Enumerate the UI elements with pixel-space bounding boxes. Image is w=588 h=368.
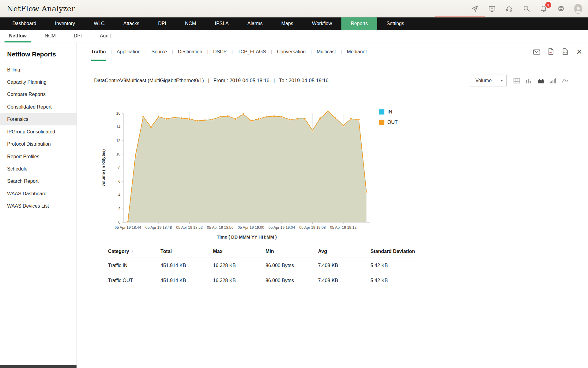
- svg-text:05 Apr 19 19:08: 05 Apr 19 19:08: [299, 225, 326, 230]
- column-header-label: Standard Deviation: [371, 249, 415, 254]
- sidebar-item-compare-reports[interactable]: Compare Reports: [0, 88, 77, 101]
- support-icon[interactable]: [505, 5, 513, 13]
- nav-item-ipsla[interactable]: IPSLA: [205, 17, 238, 30]
- sidebar-item-schedule[interactable]: Schedule: [0, 163, 77, 175]
- nav-item-settings[interactable]: Settings: [377, 17, 414, 30]
- column-header-label: Max: [213, 249, 223, 254]
- sidebar-item-forensics[interactable]: Forensics: [0, 113, 77, 125]
- settings-gear-icon[interactable]: [557, 5, 565, 13]
- table-cell: 86.000 Bytes: [262, 273, 315, 288]
- report-tab-multicast[interactable]: Multicast: [317, 42, 336, 61]
- bar-chart-icon[interactable]: [526, 78, 532, 84]
- column-header-standard-deviation[interactable]: Standard Deviation: [368, 245, 420, 258]
- sidebar-item-billing[interactable]: Billing: [0, 63, 77, 76]
- training-video-icon[interactable]: [488, 5, 496, 13]
- report-tabs: Traffic|Application|Source|Destination|D…: [91, 42, 367, 61]
- report-tab-dscp[interactable]: DSCP: [213, 42, 227, 61]
- report-header: DataCentreV9Multicast (MultiGigabitEther…: [94, 75, 568, 86]
- search-icon[interactable]: [522, 5, 531, 13]
- svg-text:4: 4: [118, 193, 120, 197]
- export-csv-icon[interactable]: CSV: [561, 47, 570, 56]
- close-icon[interactable]: ×: [577, 47, 582, 56]
- table-cell: 16.328 KB: [210, 258, 262, 273]
- sidebar-item-waas-devices-list[interactable]: WAAS Devices List: [0, 200, 77, 212]
- info-separator: |: [208, 78, 209, 83]
- subnav-tab-netflow[interactable]: Netflow: [0, 30, 36, 42]
- nav-item-alarms[interactable]: Alarms: [238, 17, 272, 30]
- sidebar-item-waas-dashboard[interactable]: WAAS Dashboard: [0, 187, 77, 200]
- report-controls: Volume ▾: [470, 75, 568, 86]
- notifications-icon[interactable]: 3: [540, 5, 548, 13]
- table-cell: 451.914 KB: [157, 273, 210, 288]
- sidebar-item-protocol-distribution[interactable]: Protocol Distribution: [0, 138, 77, 150]
- column-header-label: Min: [266, 249, 274, 254]
- nav-item-reports[interactable]: Reports: [341, 17, 377, 30]
- sidebar-item-report-profiles[interactable]: Report Profiles: [0, 150, 77, 163]
- report-tab-medianet[interactable]: Medianet: [347, 42, 367, 61]
- table-row: Traffic IN451.914 KB16.328 KB86.000 Byte…: [105, 258, 420, 273]
- export-pdf-icon[interactable]: PDF: [547, 47, 556, 56]
- column-header-min[interactable]: Min: [262, 245, 315, 258]
- legend-item-out[interactable]: OUT: [379, 119, 398, 125]
- subnav-tab-audit[interactable]: Audit: [91, 30, 120, 42]
- legend-label: IN: [387, 109, 392, 114]
- app-title: NetFlow Analyzer: [7, 4, 75, 13]
- header-icon-bar: 3: [471, 5, 582, 13]
- column-header-category[interactable]: Category▲: [105, 245, 157, 258]
- notification-badge: 3: [545, 2, 551, 8]
- nav-item-dashboard[interactable]: Dashboard: [3, 17, 46, 30]
- legend-item-in[interactable]: IN: [379, 109, 398, 114]
- svg-text:05 Apr 19 18:44: 05 Apr 19 18:44: [115, 225, 141, 230]
- svg-text:CSV: CSV: [564, 52, 567, 54]
- subnav-tab-dpi[interactable]: DPI: [65, 30, 91, 42]
- svg-text:05 Apr 19 18:56: 05 Apr 19 18:56: [207, 225, 234, 230]
- sub-nav: NetflowNCMDPIAudit: [0, 30, 588, 42]
- nav-item-inventory[interactable]: Inventory: [46, 17, 85, 30]
- nav-item-maps[interactable]: Maps: [272, 17, 303, 30]
- report-actions: PDF CSV ×: [532, 47, 582, 56]
- sidebar-title: Netflow Reports: [7, 51, 77, 58]
- svg-text:6: 6: [118, 179, 120, 184]
- report-tab-destination[interactable]: Destination: [178, 42, 202, 61]
- report-tab-source[interactable]: Source: [152, 42, 167, 61]
- page: NetFlow Analyzer 3: [0, 0, 588, 368]
- sidebar-footer-bar[interactable]: [0, 365, 77, 368]
- nav-item-attacks[interactable]: Attacks: [114, 17, 149, 30]
- column-chart-icon[interactable]: [549, 78, 556, 84]
- table-view-icon[interactable]: [513, 78, 520, 84]
- svg-text:12: 12: [116, 139, 120, 143]
- report-tab-application[interactable]: Application: [117, 42, 141, 61]
- report-tab-conversation[interactable]: Conversation: [277, 42, 306, 61]
- svg-text:14: 14: [116, 125, 120, 129]
- sidebar-item-search-report[interactable]: Search Report: [0, 175, 77, 187]
- launch-icon[interactable]: [471, 5, 479, 13]
- area-chart-icon[interactable]: [537, 78, 544, 84]
- nav-item-ncm[interactable]: NCM: [175, 17, 205, 30]
- nav-item-dpi[interactable]: DPI: [149, 17, 176, 30]
- column-header-total[interactable]: Total: [157, 245, 210, 258]
- column-header-max[interactable]: Max: [210, 245, 262, 258]
- sort-ascending-icon[interactable]: ▲: [131, 250, 134, 253]
- sidebar-item-capacity-planning[interactable]: Capacity Planning: [0, 76, 77, 88]
- svg-text:05 Apr 19 19:04: 05 Apr 19 19:04: [269, 225, 295, 230]
- tab-separator: |: [311, 49, 312, 54]
- content-layout: Netflow Reports BillingCapacity Planning…: [0, 42, 588, 368]
- sidebar-item-consolidated-report[interactable]: Consolidated Report: [0, 101, 77, 113]
- column-header-avg[interactable]: Avg: [315, 245, 368, 258]
- svg-text:0: 0: [118, 220, 120, 224]
- metric-select-dropdown[interactable]: Volume ▾: [470, 75, 507, 86]
- report-tab-tcp-flags[interactable]: TCP_FLAGS: [238, 42, 266, 61]
- svg-text:16: 16: [116, 111, 120, 116]
- tab-separator: |: [172, 49, 173, 54]
- tab-separator: |: [111, 49, 112, 54]
- email-icon[interactable]: [532, 47, 541, 56]
- column-header-label: Total: [160, 249, 172, 254]
- subnav-tab-ncm[interactable]: NCM: [36, 30, 65, 42]
- report-tab-traffic[interactable]: Traffic: [91, 42, 106, 61]
- nav-item-wlc[interactable]: WLC: [85, 17, 114, 30]
- user-avatar-icon[interactable]: [574, 5, 582, 13]
- nav-item-workflow[interactable]: Workflow: [303, 17, 341, 30]
- line-chart-icon[interactable]: [561, 78, 568, 84]
- sidebar-item-ipgroup-consolidated[interactable]: IPGroup Consolidated: [0, 125, 77, 138]
- svg-text:05 Apr 19 19:12: 05 Apr 19 19:12: [330, 225, 357, 230]
